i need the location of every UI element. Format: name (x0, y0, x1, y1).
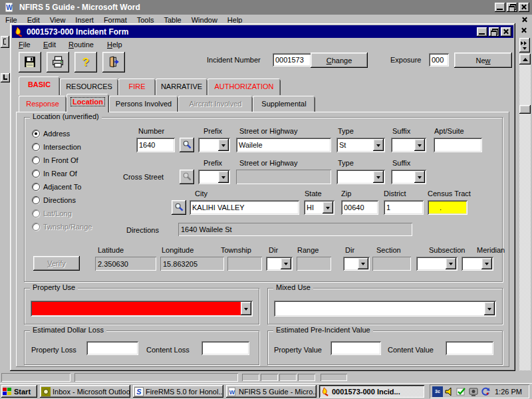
tab-location[interactable]: Location (66, 94, 109, 112)
state-combo[interactable]: HI (304, 200, 334, 215)
mixed-use-combo[interactable] (274, 301, 496, 317)
radio-directions-label[interactable]: Directions (43, 196, 76, 204)
sync-icon[interactable] (480, 386, 491, 397)
radio-intersection[interactable] (32, 143, 40, 151)
radio-adjacent-to[interactable] (32, 183, 40, 191)
scrollbar-thumb[interactable] (519, 105, 531, 114)
menu-edit[interactable]: Edit (43, 41, 56, 49)
display-icon[interactable] (468, 386, 479, 397)
tab-narrative[interactable]: NARRATIVE (156, 78, 207, 95)
tab-response[interactable]: Response (19, 96, 66, 112)
radio-directions[interactable] (32, 196, 40, 204)
zip-field[interactable]: 00640 (341, 200, 378, 215)
dir2-combo[interactable] (343, 257, 370, 271)
change-button[interactable]: Change (311, 53, 368, 68)
print-button[interactable] (47, 52, 69, 72)
suffix-label: Suffix (392, 127, 410, 135)
tab-supplemental[interactable]: Supplemental (253, 96, 315, 112)
mixed-use-combo-button[interactable] (484, 302, 495, 315)
form-minimize-button[interactable] (477, 27, 487, 37)
apt-suite-field[interactable] (434, 138, 482, 152)
taskbar: Start Inbox - Microsoft Outlook S FireRM… (0, 383, 532, 399)
cross-suffix-combo[interactable] (391, 170, 426, 184)
task-button-incident-active[interactable]: 0001573-000 Incid... (319, 385, 424, 398)
number-label: Number (138, 127, 164, 135)
dir2-combo-button[interactable] (358, 258, 368, 269)
task-button-outlook[interactable]: Inbox - Microsoft Outlook (40, 385, 130, 398)
form-titlebar[interactable]: 0001573-000 Incident Form (12, 25, 513, 38)
word-toolbar-button-fragment[interactable] (1, 36, 9, 48)
menu-file[interactable]: File (19, 41, 31, 49)
menu-help[interactable]: Help (107, 41, 122, 49)
prefix-combo-button[interactable] (218, 139, 229, 151)
start-button[interactable]: Start (1, 385, 37, 398)
city-search-button[interactable] (172, 200, 186, 215)
radio-in-rear-of-label[interactable]: In Rear Of (43, 170, 77, 178)
incident-number-field[interactable]: 0001573 (273, 53, 311, 66)
radio-in-rear-of[interactable] (32, 170, 40, 178)
exit-button[interactable] (102, 52, 125, 72)
arrow-down-icon (449, 263, 453, 267)
tab-fire[interactable]: FIRE (118, 78, 156, 95)
save-button[interactable] (19, 52, 41, 72)
form-restore-button[interactable] (489, 27, 499, 37)
number-field[interactable]: 1640 (136, 138, 175, 152)
tab-resources[interactable]: RESOURCES (60, 78, 118, 95)
radio-in-front-of[interactable] (32, 156, 40, 164)
radio-in-front-of-label[interactable]: In Front Of (43, 156, 78, 164)
property-use-combo[interactable] (31, 301, 253, 317)
tab-authorization[interactable]: AUTHORIZATION (207, 78, 281, 95)
word-minimize-button[interactable] (495, 3, 505, 12)
street-field[interactable]: Wailele (236, 138, 331, 152)
property-use-combo-button[interactable] (241, 302, 251, 315)
property-loss-field[interactable] (86, 341, 138, 355)
radio-address-label[interactable]: Address (43, 130, 70, 138)
cross-suffix-combo-button[interactable] (414, 171, 425, 183)
tab-basic[interactable]: BASIC (19, 76, 60, 95)
word-titlebar[interactable]: W NFIRS 5 Guide - Microsoft Word (0, 0, 532, 15)
toolbar-overflow-button[interactable] (519, 38, 530, 53)
volume-icon[interactable] (444, 386, 455, 397)
content-value-field[interactable] (446, 341, 493, 355)
tab-persons-involved[interactable]: Persons Involved (109, 96, 178, 112)
3com-icon[interactable]: 3c (432, 386, 443, 397)
cross-type-combo[interactable] (336, 170, 385, 184)
suffix-combo-button[interactable] (414, 139, 425, 151)
dir1-combo[interactable] (266, 257, 293, 271)
content-loss-field[interactable] (201, 341, 249, 355)
suffix-combo[interactable] (391, 138, 426, 152)
radio-address[interactable] (32, 130, 40, 138)
scroll-up-button[interactable] (519, 54, 531, 65)
menu-routine[interactable]: Routine (68, 41, 94, 49)
dir1-combo-button[interactable] (281, 258, 291, 269)
street-search-button[interactable] (180, 138, 194, 152)
word-close-button[interactable] (519, 3, 529, 12)
property-value-field[interactable] (331, 341, 381, 355)
cross-prefix-combo[interactable] (198, 170, 230, 184)
radio-intersection-label[interactable]: Intersection (43, 143, 81, 151)
subsection-combo[interactable] (416, 257, 458, 271)
word-toolbar-button-fragment[interactable] (1, 73, 10, 82)
arrow-down-icon (221, 176, 225, 181)
meridian-combo-button[interactable] (481, 258, 492, 269)
district-field[interactable]: 1 (384, 200, 424, 215)
new-button[interactable]: New (454, 53, 512, 68)
radio-adjacent-to-label[interactable]: Adjacent To (43, 183, 81, 191)
cross-type-combo-button[interactable] (373, 171, 384, 183)
state-combo-button[interactable] (323, 201, 333, 213)
form-close-button[interactable] (501, 27, 511, 37)
word-restore-button[interactable] (507, 3, 517, 12)
prefix-combo[interactable] (198, 138, 230, 152)
census-tract-field[interactable]: . (428, 200, 467, 215)
task-button-firerms[interactable]: S FireRMS 5.0 for Honol... (133, 385, 223, 398)
type-combo-button[interactable] (373, 139, 384, 151)
meridian-combo[interactable] (462, 257, 493, 271)
cross-prefix-combo-button[interactable] (218, 171, 229, 183)
help-button[interactable]: ? (74, 52, 97, 72)
city-field[interactable]: KALIHI VALLEY (190, 200, 299, 215)
exposure-field[interactable]: 000 (429, 53, 449, 66)
task-button-word[interactable]: W NFIRS 5 Guide - Micro... (226, 385, 317, 398)
subsection-combo-button[interactable] (446, 258, 456, 269)
type-combo[interactable]: St (336, 138, 385, 152)
antivirus-check-icon[interactable] (456, 386, 467, 397)
